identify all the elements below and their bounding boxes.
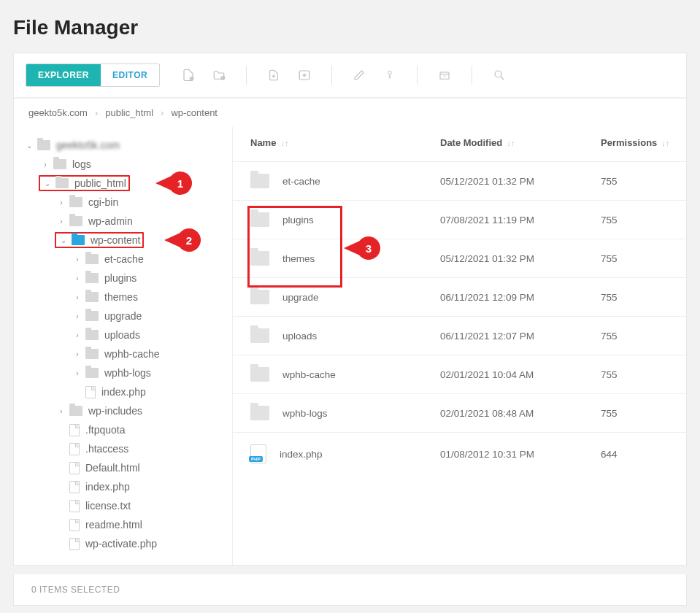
new-file-icon[interactable] — [180, 67, 196, 83]
chevron-down-icon[interactable]: ⌄ — [24, 142, 34, 150]
chevron-right-icon[interactable]: › — [40, 161, 50, 169]
separator — [417, 66, 418, 85]
page-title: File Manager — [0, 0, 700, 53]
breadcrumb: geekto5k.com › public_html › wp-content — [14, 98, 686, 127]
file-perm: 755 — [601, 408, 686, 419]
chevron-right-icon[interactable]: › — [72, 369, 82, 377]
search-icon[interactable] — [491, 67, 507, 83]
tree-item[interactable]: ›themes — [21, 288, 232, 306]
file-perm: 644 — [601, 449, 686, 460]
file-icon — [69, 500, 80, 512]
tree-item-logs[interactable]: › logs — [21, 155, 232, 174]
svg-rect-4 — [440, 72, 449, 79]
chevron-right-icon[interactable]: › — [56, 407, 66, 415]
svg-point-5 — [495, 71, 501, 77]
tree-label: wp-admin — [88, 215, 133, 227]
tree-item-public-html[interactable]: ⌄ public_html — [21, 174, 232, 193]
chevron-right-icon: › — [95, 107, 98, 118]
archive-icon[interactable] — [436, 67, 453, 83]
chevron-right-icon[interactable]: › — [72, 274, 82, 282]
folder-tree: ⌄ geekto5k.com › logs ⌄ public_html — [14, 127, 233, 565]
tree-item[interactable]: ›et-cache — [21, 250, 232, 269]
file-name: upgrade — [282, 292, 319, 303]
tree-item-cgi-bin[interactable]: › cgi-bin — [21, 193, 232, 212]
file-date: 01/08/2012 10:31 PM — [440, 449, 601, 460]
tree-item[interactable]: ›index.php — [21, 382, 232, 401]
tree-label: upgrade — [104, 310, 142, 322]
folder-icon — [250, 174, 269, 188]
tree-item[interactable]: ›index.php — [21, 477, 232, 496]
chevron-right-icon[interactable]: › — [72, 350, 82, 358]
tree-item-wp-includes[interactable]: ›wp-includes — [21, 401, 232, 420]
folder-icon — [85, 273, 99, 283]
column-permissions[interactable]: Permissions↓↑ — [601, 137, 686, 148]
breadcrumb-item[interactable]: geekto5k.com — [28, 107, 88, 118]
tree-item[interactable]: ›upgrade — [21, 306, 232, 325]
breadcrumb-item[interactable]: wp-content — [171, 107, 218, 118]
chevron-right-icon[interactable]: › — [72, 255, 82, 263]
folder-icon — [85, 368, 99, 378]
folder-icon — [69, 406, 82, 416]
tree-label: index.php — [85, 481, 130, 493]
tree-label: readme.html — [85, 519, 142, 531]
table-row[interactable]: index.php01/08/2012 10:31 PM644 — [233, 432, 686, 475]
tree-item[interactable]: ›uploads — [21, 325, 232, 344]
table-row[interactable]: wphb-cache02/01/2021 10:04 AM755 — [233, 355, 686, 393]
chevron-down-icon[interactable]: ⌄ — [42, 180, 53, 188]
tree-label: license.txt — [85, 500, 131, 512]
chevron-right-icon[interactable]: › — [72, 331, 82, 339]
file-date: 02/01/2021 10:04 AM — [440, 369, 601, 380]
tree-item[interactable]: ›license.txt — [21, 496, 232, 515]
grid-header: Name↓↑ Date Modified↓↑ Permissions↓↑ — [233, 127, 686, 161]
tree-item[interactable]: ›plugins — [21, 269, 232, 288]
file-perm: 755 — [601, 253, 686, 264]
new-folder-icon[interactable] — [211, 67, 227, 83]
edit-icon[interactable] — [351, 67, 367, 83]
chevron-down-icon[interactable]: ⌄ — [58, 236, 69, 244]
file-icon — [69, 462, 80, 474]
table-row[interactable]: wphb-logs02/01/2021 08:48 AM755 — [233, 393, 686, 432]
tree-item[interactable]: ›.htaccess — [21, 439, 232, 458]
chevron-right-icon[interactable]: › — [56, 198, 66, 207]
tree-item[interactable]: ›readme.html — [21, 515, 232, 534]
file-perm: 755 — [601, 292, 686, 303]
mode-toggle: EXPLORER EDITOR — [26, 63, 160, 87]
file-icon — [69, 538, 80, 550]
tree-item[interactable]: ›wp-activate.php — [21, 534, 232, 553]
folder-icon — [85, 330, 99, 340]
file-name: et-cache — [282, 176, 320, 187]
tree-item[interactable]: ›.ftpquota — [21, 420, 232, 439]
editor-tab[interactable]: EDITOR — [101, 64, 159, 86]
separator — [331, 66, 332, 85]
permissions-icon[interactable] — [382, 67, 398, 83]
tree-label: logs — [72, 158, 91, 170]
file-icon — [69, 481, 80, 493]
separator — [246, 66, 247, 85]
file-date: 06/11/2021 12:07 PM — [440, 331, 601, 342]
tree-label: et-cache — [104, 253, 144, 265]
chevron-right-icon: › — [161, 107, 164, 118]
content: ⌄ geekto5k.com › logs ⌄ public_html — [14, 127, 686, 565]
chevron-right-icon[interactable]: › — [56, 217, 66, 225]
upload-icon[interactable] — [296, 67, 312, 83]
chevron-right-icon[interactable]: › — [72, 293, 82, 301]
table-row[interactable]: uploads06/11/2021 12:07 PM755 — [233, 316, 686, 355]
file-icon — [69, 443, 80, 455]
column-name[interactable]: Name↓↑ — [250, 137, 440, 148]
table-row[interactable]: et-cache05/12/2021 01:32 PM755 — [233, 161, 686, 200]
explorer-tab[interactable]: EXPLORER — [26, 64, 101, 86]
breadcrumb-item[interactable]: public_html — [105, 107, 153, 118]
tree-root[interactable]: ⌄ geekto5k.com — [21, 136, 232, 155]
download-icon[interactable] — [266, 67, 282, 83]
file-manager-panel: EXPLORER EDITOR geekto5k.com › public_ht… — [13, 53, 687, 566]
tree-item[interactable]: ›Default.html — [21, 458, 232, 477]
folder-icon — [69, 197, 82, 207]
chevron-right-icon[interactable]: › — [72, 312, 82, 320]
tree-item[interactable]: ›wphb-logs — [21, 363, 232, 382]
file-name: uploads — [282, 331, 317, 342]
column-date[interactable]: Date Modified↓↑ — [440, 137, 601, 148]
file-date: 05/12/2021 01:32 PM — [440, 176, 601, 187]
file-date: 06/11/2021 12:09 PM — [440, 292, 601, 303]
sort-icon: ↓↑ — [280, 139, 288, 147]
tree-item[interactable]: ›wphb-cache — [21, 344, 232, 363]
